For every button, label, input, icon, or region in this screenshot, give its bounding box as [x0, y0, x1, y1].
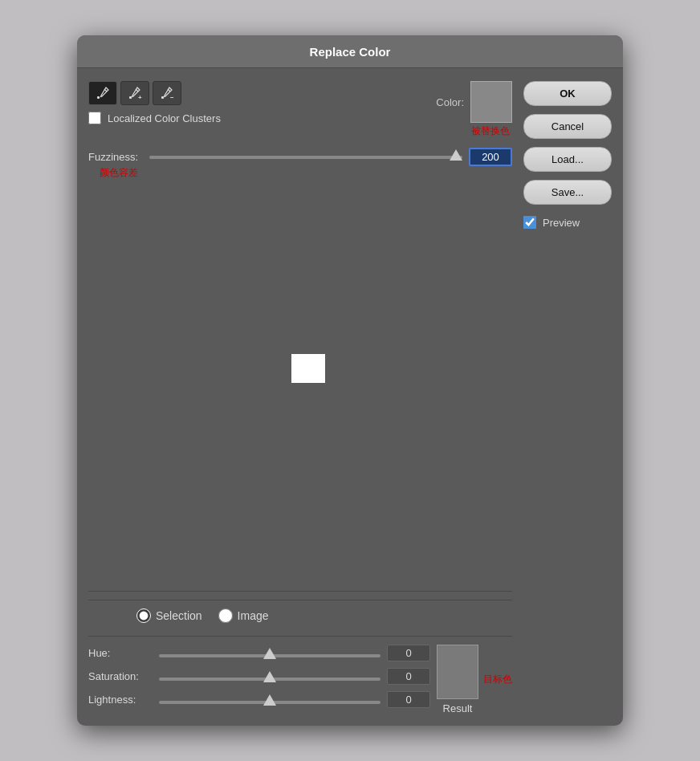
fuzziness-row: Fuzziness: 200: [88, 148, 512, 166]
hue-row: Hue: 0: [88, 645, 430, 661]
preview-white-spot: [291, 354, 325, 383]
result-label: Result: [443, 702, 473, 714]
replace-color-dialog: Replace Color: [77, 35, 623, 726]
separator: [88, 591, 512, 592]
tools-section: + −: [88, 81, 429, 124]
selection-radio[interactable]: [136, 608, 151, 623]
svg-rect-1: [129, 96, 132, 99]
preview-row: Preview: [523, 216, 612, 229]
result-annotation: 目标色: [483, 673, 512, 686]
svg-rect-0: [97, 96, 100, 99]
hue-value-input[interactable]: 0: [387, 645, 430, 661]
preview-checkbox[interactable]: [523, 216, 536, 229]
color-section: Color: 被替换色: [436, 81, 512, 138]
cancel-button[interactable]: Cancel: [523, 114, 612, 139]
eyedropper-tools: + −: [88, 81, 429, 105]
svg-rect-3: [161, 96, 164, 99]
color-annotation: 被替换色: [471, 124, 510, 138]
lightness-slider[interactable]: [159, 701, 381, 704]
saturation-row: Saturation: 0: [88, 668, 430, 685]
saturation-slider[interactable]: [159, 678, 381, 681]
main-content: + −: [77, 68, 623, 726]
fuzziness-value-input[interactable]: 200: [469, 148, 512, 166]
ok-button[interactable]: OK: [523, 81, 612, 106]
color-swatch[interactable]: [470, 81, 512, 123]
color-label: Color:: [436, 96, 464, 108]
saturation-label: Saturation:: [88, 670, 153, 682]
localized-checkbox-row: Localized Color Clusters: [88, 112, 429, 124]
save-button[interactable]: Save...: [523, 180, 612, 205]
result-section: Result: [437, 645, 478, 714]
hue-label: Hue:: [88, 647, 153, 659]
image-radio-option[interactable]: Image: [218, 608, 269, 623]
image-label: Image: [238, 609, 269, 622]
top-row: + −: [88, 81, 512, 138]
radio-row: Selection Image: [88, 600, 512, 628]
hue-slider[interactable]: [159, 654, 381, 657]
selection-label: Selection: [156, 609, 202, 622]
preview-label[interactable]: Preview: [543, 217, 580, 229]
lightness-label: Lightness:: [88, 694, 153, 706]
fuzziness-label: Fuzziness:: [88, 151, 143, 163]
load-button[interactable]: Load...: [523, 147, 612, 172]
hsl-sliders: Hue: 0 Saturation: 0: [88, 645, 430, 714]
lightness-slider-container: [159, 693, 381, 707]
saturation-slider-container: [159, 669, 381, 684]
svg-text:−: −: [170, 94, 174, 100]
title-bar: Replace Color: [77, 35, 623, 68]
fuzziness-section: Fuzziness: 200 颜色容差: [88, 146, 512, 180]
svg-text:+: +: [138, 94, 142, 100]
eyedropper-add-button[interactable]: +: [120, 81, 149, 105]
localized-checkbox[interactable]: [88, 112, 101, 124]
separator2: [88, 636, 512, 637]
lightness-row: Lightness: 0: [88, 691, 430, 708]
saturation-value-input[interactable]: 0: [387, 668, 430, 685]
image-radio[interactable]: [218, 608, 233, 623]
right-panel: OK Cancel Load... Save... Preview: [523, 81, 612, 714]
hue-slider-container: [159, 646, 381, 661]
preview-area: [88, 188, 512, 583]
selection-radio-option[interactable]: Selection: [136, 608, 202, 623]
fuzziness-slider[interactable]: [149, 156, 462, 159]
eyedropper-button[interactable]: [88, 81, 117, 105]
dialog-title: Replace Color: [310, 45, 391, 59]
eyedropper-subtract-button[interactable]: −: [153, 81, 181, 105]
left-panel: + −: [88, 81, 512, 714]
result-swatch: [437, 645, 478, 699]
lightness-value-input[interactable]: 0: [387, 691, 430, 708]
hsl-bottom-section: Hue: 0 Saturation: 0: [88, 645, 512, 714]
localized-label[interactable]: Localized Color Clusters: [108, 112, 221, 124]
fuzziness-annotation: 颜色容差: [100, 167, 138, 178]
fuzziness-slider-container: [149, 149, 462, 165]
